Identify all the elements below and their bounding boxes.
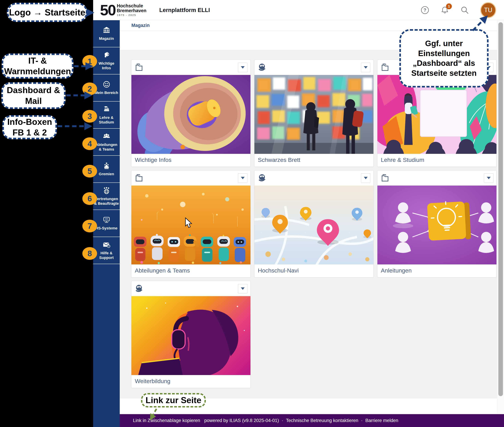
card-title[interactable]: Hochschul-Navi [254,264,373,274]
notifications-bell-icon[interactable]: 1 [441,6,449,15]
annotation-badge-1: 1 [82,55,97,68]
bank-icon [103,26,110,35]
people-icon [103,132,110,141]
committee-icon [103,162,110,170]
weblink-icon [134,284,143,293]
weblink-icon [257,63,266,72]
breadcrumb-magazin[interactable]: Magazin [132,23,150,28]
card-actions-dropdown[interactable] [238,284,247,293]
logo-50: 50 [100,3,116,18]
annotation-badge-8: 8 [82,247,97,260]
footer-dot: · [282,418,283,423]
scrollbar-thumb[interactable] [498,22,503,396]
card-actions-dropdown[interactable] [484,173,493,183]
card-title[interactable]: Schwarzes Brett [254,154,373,163]
annotation-badge-4: 4 [82,137,97,150]
chevron-down-icon [241,66,245,69]
callout-link-zur-seite: Link zur Seite [141,393,206,407]
svg-text:?: ? [424,8,426,13]
footer-copy-link[interactable]: Link in Zwischenablage kopieren [133,418,200,423]
chevron-down-icon [241,287,245,290]
sidebar-item-hilfe-support[interactable]: ? Hilfe & Support [93,237,120,264]
card-image-map-pins[interactable] [254,186,373,264]
sidebar-item-lehre-studium[interactable]: Lehre & Studium [93,101,120,129]
card-title[interactable]: Abteilungen & Teams [132,264,250,274]
card-actions-dropdown[interactable] [361,63,370,72]
mail-help-icon: ? [103,241,110,249]
annotation-badge-7: 7 [82,220,97,232]
hochschule-bremerhaven-logo[interactable]: 50 Hochschule Bremerhaven 1975 - 2025 [100,3,146,18]
callout-info-boxen: Info-Boxen FB 1 & 2 [2,115,57,139]
card-image-sticky-notes[interactable] [254,75,373,154]
sidebar-item-vertretungen[interactable]: Vertretungen & Beauftragte [93,183,120,210]
annotation-badge-3: 3 [82,110,97,123]
books-icon [103,105,110,114]
card-hochschul-navi: Hochschul-Navi [254,170,374,277]
footer-dot: · [361,418,363,423]
footer-powered-by[interactable]: powered by ILIAS (v9.8 2025-04-01) [204,418,279,423]
annotation-badge-2: 2 [82,83,97,95]
weblink-icon [257,174,266,183]
card-wichtige-infos: Wichtige Infos [131,60,251,167]
annotation-badge-6: 6 [82,192,97,205]
card-image-headphones-person[interactable] [132,296,250,375]
svg-text:?: ? [108,245,109,248]
footer-support-link[interactable]: Technische Betreuung kontaktieren [286,418,358,423]
help-icon[interactable]: ? [421,6,429,15]
sidebar-item-wichtige-infos[interactable]: Wichtige Infos [93,47,120,74]
smiley-icon [103,80,110,89]
search-icon[interactable] [460,6,469,15]
user-avatar[interactable]: TU [480,2,496,18]
card-actions-dropdown[interactable] [361,173,370,183]
sidebar-item-mein-bereich[interactable]: Mein Bereich [93,74,120,101]
folder-icon [134,63,143,72]
chevron-down-icon [364,66,368,69]
callout-dashboard-mail: Dashboard & Mail [1,82,66,109]
logo-years: 1975 - 2025 [117,14,147,16]
folder-icon [380,174,389,183]
card-image-megaphone[interactable] [132,75,250,154]
footer-bar: Link in Zwischenablage kopieren powered … [120,414,504,427]
card-grid: Wichtige Infos [131,60,497,388]
card-weiterbildung: Weiterbildung [131,281,251,388]
annotation-badge-5: 5 [82,165,97,177]
sidebar-item-gremien[interactable]: Gremien [93,156,120,183]
card-actions-dropdown[interactable] [238,173,247,183]
logo-line1: Hochschule [117,4,147,8]
folder-icon [134,174,143,183]
sidebar-item-hs-systeme[interactable]: *** HS-Systeme [93,210,120,237]
monitor-icon: *** [103,216,110,224]
card-title[interactable]: Wichtige Infos [132,154,250,163]
globe-people-icon [103,187,110,195]
chevron-down-icon [487,177,491,179]
notification-count-badge: 1 [446,3,452,9]
logo-line2: Bremerhaven [117,8,147,13]
sidebar-item-abteilungen-teams[interactable]: Abteilungen & Teams [93,129,120,156]
folder-icon [380,63,389,72]
card-image-robots[interactable] [132,186,250,264]
megaphone-icon [103,51,110,60]
callout-it-warnmeldungen: IT- & Warnmeldungen [2,53,73,78]
callout-settings-dashboard: Ggf. unter Einstellungen „Dashboard“ als… [399,29,488,87]
chevron-down-icon [241,177,245,179]
card-anleitungen: Anleitungen [377,170,497,277]
card-title[interactable]: Lehre & Studium [377,154,496,163]
screen: 50 Hochschule Bremerhaven 1975 - 2025 Le… [0,0,504,427]
svg-text:***: *** [105,218,108,221]
chevron-down-icon [364,177,368,179]
top-header: 50 Hochschule Bremerhaven 1975 - 2025 Le… [93,0,504,20]
card-image-lightbulb-cube[interactable] [377,186,496,264]
card-schwarzes-brett: Schwarzes Brett [254,60,374,167]
sidebar-item-magazin[interactable]: Magazin [93,20,120,47]
card-abteilungen-teams: Abteilungen & Teams [131,170,251,277]
card-title[interactable]: Anleitungen [377,264,496,274]
callout-logo-startseite: Logo → Startseite [7,3,87,22]
page-title: Lernplattform ELLI [159,7,210,13]
card-title[interactable]: Weiterbildung [132,375,250,384]
main-sidebar: Magazin Wichtige Infos Mein Bereich Lehr… [93,20,120,427]
card-actions-dropdown[interactable] [238,63,247,72]
scrollbar-track[interactable] [497,20,504,414]
footer-barrier-link[interactable]: Barriere melden [365,418,398,423]
